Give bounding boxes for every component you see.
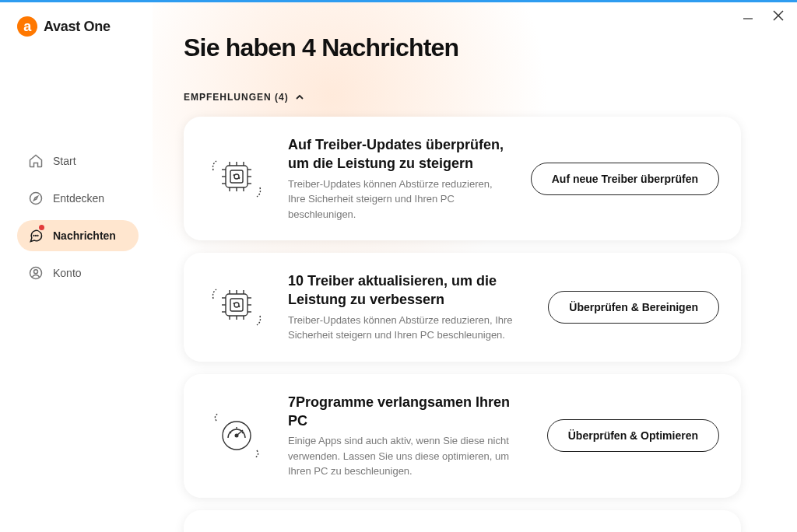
sidebar-item-label: Entdecken <box>53 192 104 205</box>
svg-point-7 <box>30 268 42 279</box>
main-content: Sie haben 4 Nachrichten EMPFEHLUNGEN (4) <box>153 2 797 532</box>
card-title: Auf Treiber-Updates überprüfen, um die L… <box>288 135 511 173</box>
svg-point-39 <box>235 434 238 437</box>
recommendations-toggle[interactable]: EMPFEHLUNGEN (4) <box>184 92 741 103</box>
sidebar-item-label: Nachrichten <box>53 229 116 242</box>
close-button[interactable] <box>772 9 785 25</box>
sidebar-item-entdecken[interactable]: Entdecken <box>17 183 139 214</box>
svg-point-4 <box>33 236 34 236</box>
card-title: Remove browsing data to increase privacy <box>288 529 567 532</box>
card-description: Treiber-Updates können Abstürze reduzier… <box>288 313 528 343</box>
recommendation-card: Auf Treiber-Updates überprüfen, um die L… <box>184 117 741 240</box>
card-title: 7Programme verlangsamen Ihren PC <box>288 393 527 431</box>
svg-rect-9 <box>226 166 248 187</box>
avast-logo-icon: a <box>14 13 40 39</box>
chevron-up-icon <box>295 93 304 102</box>
svg-rect-23 <box>226 294 248 316</box>
card-title: 10 Treiber aktualisieren, um die Leistun… <box>288 271 528 310</box>
minimize-button[interactable] <box>743 10 753 24</box>
recommendation-card: 10 Treiber aktualisieren, um die Leistun… <box>184 253 741 362</box>
svg-point-3 <box>30 193 42 205</box>
sidebar-item-nachrichten[interactable]: Nachrichten <box>17 220 139 251</box>
card-description: Einige Apps sind auch aktiv, wenn Sie di… <box>288 433 527 479</box>
section-label: EMPFEHLUNGEN (4) <box>184 92 289 103</box>
svg-point-6 <box>37 236 38 236</box>
page-title: Sie haben 4 Nachrichten <box>184 33 741 62</box>
compass-icon <box>28 191 44 206</box>
notification-badge <box>37 223 46 232</box>
card-description: Treiber-Updates können Abstürze reduzier… <box>288 177 511 222</box>
svg-rect-10 <box>230 170 243 183</box>
sidebar-item-konto[interactable]: Konto <box>17 257 139 289</box>
sidebar-item-start[interactable]: Start <box>17 145 139 177</box>
app-logo: a Avast One <box>17 16 139 37</box>
app-name: Avast One <box>44 19 111 35</box>
sidebar-item-label: Start <box>53 155 76 167</box>
sidebar-nav: Start Entdecken Nachrichten Konto <box>17 145 139 289</box>
check-drivers-button[interactable]: Auf neue Treiber überprüfen <box>531 163 719 195</box>
user-icon <box>28 265 44 281</box>
svg-rect-24 <box>230 299 243 311</box>
review-clean-button[interactable]: Überprüfen & Bereinigen <box>548 291 719 324</box>
gauge-icon <box>205 411 268 460</box>
recommendation-card: 7Programme verlangsamen Ihren PC Einige … <box>184 374 741 498</box>
recommendation-card: Remove browsing data to increase privacy… <box>184 510 741 532</box>
svg-point-5 <box>36 236 37 236</box>
review-optimize-button[interactable]: Überprüfen & Optimieren <box>547 419 719 452</box>
sidebar-item-label: Konto <box>53 267 82 279</box>
sidebar: a Avast One Start Entdecken Nachrichten … <box>0 2 153 532</box>
cpu-refresh-icon <box>205 154 268 204</box>
cpu-refresh-icon <box>205 282 268 332</box>
svg-point-8 <box>34 270 38 274</box>
home-icon <box>28 153 44 169</box>
